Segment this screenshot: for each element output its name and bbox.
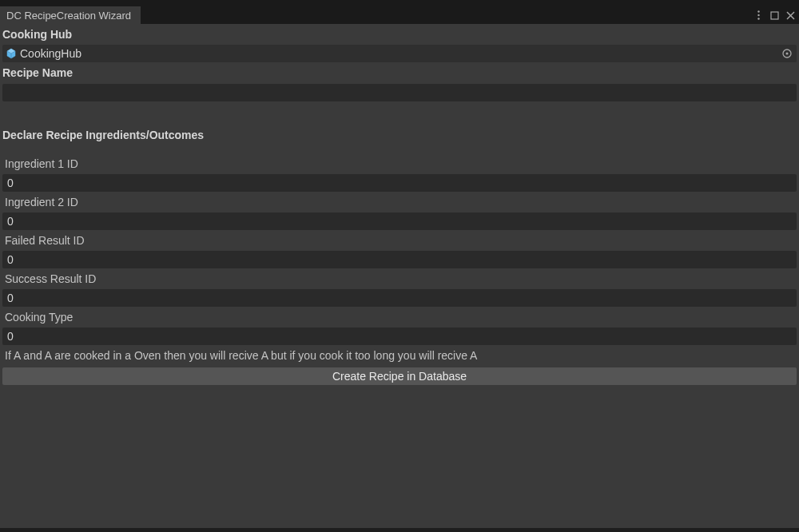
recipe-name-label: Recipe Name [0,62,799,83]
cooking-hub-label: Cooking Hub [0,24,799,45]
ingredients-section-title: Declare Recipe Ingredients/Outcomes [0,125,799,145]
svg-point-1 [757,14,759,16]
ingredient1-input[interactable] [2,174,797,192]
close-icon[interactable] [785,10,796,21]
window-tab[interactable]: DC RecipeCreation Wizard [0,6,141,24]
context-menu-icon[interactable] [753,10,764,21]
window-controls [753,6,796,24]
ingredient1-label: Ingredient 1 ID [0,153,799,174]
cooking-type-input[interactable] [2,328,797,345]
create-recipe-button[interactable]: Create Recipe in Database [2,367,797,385]
panel-body: Cooking Hub CookingHub Recipe Name Decla… [0,24,799,532]
cooking-hub-object-name: CookingHub [20,47,793,60]
resize-bar[interactable] [0,528,799,532]
cooking-hub-object-field[interactable]: CookingHub [2,45,797,62]
cooking-type-field: Cooking Type [0,307,799,345]
object-picker-icon[interactable] [781,47,793,60]
success-result-field: Success Result ID [0,268,799,307]
svg-rect-3 [771,12,778,19]
window-tab-title: DC RecipeCreation Wizard [6,10,131,22]
recipe-description: If A and A are cooked in a Oven then you… [0,345,799,366]
tab-bar: DC RecipeCreation Wizard [0,6,799,24]
failed-result-label: Failed Result ID [0,230,799,251]
ingredient2-input[interactable] [2,212,797,230]
spacer [0,102,799,125]
ingredient2-label: Ingredient 2 ID [0,192,799,212]
svg-point-7 [786,53,789,55]
svg-point-0 [757,10,759,12]
ingredient2-field: Ingredient 2 ID [0,192,799,230]
svg-point-2 [757,18,759,19]
spacer [0,145,799,153]
prefab-icon [6,48,17,59]
ingredient1-field: Ingredient 1 ID [0,153,799,192]
maximize-icon[interactable] [769,10,780,21]
top-bar [0,0,799,6]
success-result-label: Success Result ID [0,268,799,289]
recipe-name-input[interactable] [2,84,797,101]
success-result-input[interactable] [2,289,797,307]
failed-result-input[interactable] [2,251,797,268]
create-recipe-button-label: Create Recipe in Database [332,370,467,383]
failed-result-field: Failed Result ID [0,230,799,268]
cooking-type-label: Cooking Type [0,307,799,328]
